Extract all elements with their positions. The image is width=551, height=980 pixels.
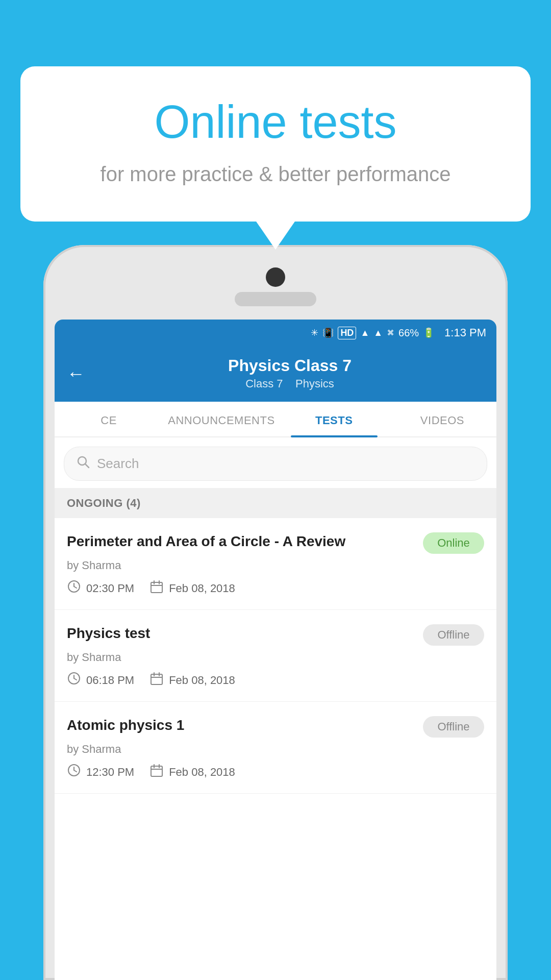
app-header-subtitle: Class 7 Physics	[95, 377, 484, 390]
test-time-value-1: 02:30 PM	[86, 582, 134, 595]
app-header: ← Physics Class 7 Class 7 Physics	[55, 346, 496, 402]
speech-bubble: Online tests for more practice & better …	[20, 66, 531, 222]
test-title-2: Physics test	[67, 624, 415, 643]
test-author-2: by Sharma	[67, 651, 484, 664]
phone-top-deco	[55, 260, 496, 320]
signal-icon: ▲	[373, 328, 383, 338]
svg-line-11	[74, 678, 77, 680]
tab-tests[interactable]: TESTS	[280, 402, 388, 436]
calendar-icon	[149, 671, 164, 689]
test-meta-1: 02:30 PM Feb 08, 2018	[67, 579, 484, 597]
search-placeholder: Search	[97, 456, 139, 472]
status-bar: ✳ 📳 HD ▲ ▲ ✖ 66% 🔋 1:13 PM	[55, 320, 496, 346]
vibrate-icon: 📳	[322, 327, 334, 338]
test-title-3: Atomic physics 1	[67, 716, 415, 734]
phone-camera	[266, 267, 285, 287]
wifi-icon: ▲	[360, 328, 369, 338]
bluetooth-icon: ✳	[311, 327, 318, 338]
test-time-value-3: 12:30 PM	[86, 766, 134, 779]
test-list: Perimeter and Area of a Circle - A Revie…	[55, 518, 496, 794]
clock-icon	[67, 579, 81, 597]
tab-videos[interactable]: VIDEOS	[388, 402, 496, 436]
test-date-value-2: Feb 08, 2018	[169, 674, 235, 687]
test-badge-2: Offline	[423, 624, 484, 646]
test-badge-3: Offline	[423, 716, 484, 738]
section-header: ONGOING (4)	[55, 488, 496, 518]
test-time-value-2: 06:18 PM	[86, 674, 134, 687]
test-time-3: 12:30 PM	[67, 763, 134, 781]
status-bar-icons: ✳ 📳 HD ▲ ▲ ✖ 66% 🔋	[311, 327, 434, 339]
test-title-1: Perimeter and Area of a Circle - A Revie…	[67, 532, 415, 551]
test-item-top: Atomic physics 1 Offline	[67, 716, 484, 738]
calendar-icon	[149, 763, 164, 781]
speech-bubble-title: Online tests	[51, 97, 500, 148]
test-date-value-3: Feb 08, 2018	[169, 766, 235, 779]
test-date-value-1: Feb 08, 2018	[169, 582, 235, 595]
phone-speaker	[235, 292, 316, 306]
phone-screen: ✳ 📳 HD ▲ ▲ ✖ 66% 🔋 1:13 PM ← Physics C	[55, 320, 496, 980]
back-button[interactable]: ←	[67, 364, 85, 383]
search-icon	[77, 455, 90, 472]
test-date-3: Feb 08, 2018	[149, 763, 235, 781]
app-header-title: Physics Class 7	[95, 356, 484, 375]
svg-rect-5	[151, 582, 162, 593]
svg-line-18	[74, 770, 77, 772]
search-bar[interactable]: Search	[64, 447, 487, 481]
header-class: Class 7	[245, 377, 283, 390]
test-item-top: Perimeter and Area of a Circle - A Revie…	[67, 532, 484, 554]
tab-ce[interactable]: CE	[55, 402, 163, 436]
test-item[interactable]: Perimeter and Area of a Circle - A Revie…	[55, 518, 496, 610]
clock-icon	[67, 763, 81, 781]
test-badge-1: Online	[423, 532, 484, 554]
tab-announcements[interactable]: ANNOUNCEMENTS	[163, 402, 280, 436]
svg-rect-12	[151, 674, 162, 684]
test-date-1: Feb 08, 2018	[149, 579, 235, 597]
speech-bubble-subtitle: for more practice & better performance	[51, 163, 500, 186]
test-time-1: 02:30 PM	[67, 579, 134, 597]
status-bar-time: 1:13 PM	[444, 326, 486, 339]
svg-rect-19	[151, 766, 162, 776]
search-bar-container: Search	[55, 437, 496, 488]
app-header-title-block: Physics Class 7 Class 7 Physics	[95, 356, 484, 390]
test-item[interactable]: Atomic physics 1 Offline by Sharma	[55, 702, 496, 794]
tab-bar: CE ANNOUNCEMENTS TESTS VIDEOS	[55, 402, 496, 437]
calendar-icon	[149, 579, 164, 597]
svg-line-4	[74, 586, 77, 588]
battery-icon: 🔋	[423, 327, 434, 338]
clock-icon	[67, 671, 81, 689]
header-subject: Physics	[295, 377, 334, 390]
test-item[interactable]: Physics test Offline by Sharma 06:	[55, 610, 496, 702]
test-author-1: by Sharma	[67, 559, 484, 572]
no-sim-icon: ✖	[387, 327, 394, 338]
svg-line-1	[85, 464, 89, 468]
test-item-top: Physics test Offline	[67, 624, 484, 646]
test-author-3: by Sharma	[67, 743, 484, 756]
test-meta-3: 12:30 PM Feb 08, 2018	[67, 763, 484, 781]
phone-frame: ✳ 📳 HD ▲ ▲ ✖ 66% 🔋 1:13 PM ← Physics C	[43, 245, 508, 980]
hd-icon: HD	[338, 327, 356, 339]
battery-text: 66%	[398, 327, 419, 339]
test-date-2: Feb 08, 2018	[149, 671, 235, 689]
test-meta-2: 06:18 PM Feb 08, 2018	[67, 671, 484, 689]
test-time-2: 06:18 PM	[67, 671, 134, 689]
